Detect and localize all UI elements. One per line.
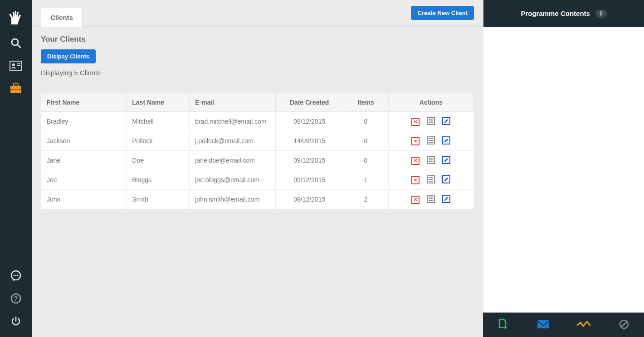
bottom-add-page[interactable]: [497, 318, 509, 331]
nav-help[interactable]: ?: [0, 287, 32, 310]
activity-icon: [577, 321, 590, 329]
programme-contents-title: Programme Contents: [521, 10, 590, 17]
cell-date-created: 14/09/2015: [276, 131, 343, 151]
clients-table-wrap: First Name Last Name E-mail Date Created…: [32, 93, 483, 218]
edit-icon[interactable]: [442, 117, 450, 125]
cell-last-name: Bloggs: [127, 170, 190, 190]
cell-first-name: Joe: [41, 170, 127, 190]
delete-icon[interactable]: ✕: [411, 196, 420, 204]
edit-icon[interactable]: [442, 156, 450, 164]
contact-card-icon: [10, 61, 22, 71]
delete-icon[interactable]: ✕: [411, 118, 420, 126]
bottom-activity[interactable]: [577, 318, 590, 331]
svg-line-19: [621, 322, 627, 327]
hand-logo-icon: [8, 9, 24, 27]
cell-items: 1: [343, 170, 388, 190]
svg-point-3: [12, 63, 15, 66]
nav-search[interactable]: [0, 32, 32, 54]
table-row: JaneDoejane.doe@email.com09/12/20150✕: [41, 151, 474, 170]
tab-clients-label: Clients: [50, 14, 73, 21]
cell-date-created: 09/12/2015: [276, 190, 343, 209]
cell-last-name: Pollock: [127, 131, 190, 151]
delete-icon[interactable]: ✕: [411, 176, 420, 184]
list-icon[interactable]: [427, 136, 435, 144]
svg-point-11: [15, 275, 17, 276]
cell-email: joe.bloggs@email.com: [190, 170, 276, 190]
cell-email: j.pollock@email.com: [190, 131, 276, 151]
cell-actions: ✕: [388, 170, 473, 190]
list-icon[interactable]: [427, 175, 435, 183]
cell-first-name: John: [41, 190, 127, 209]
your-clients-heading: Your Clients: [41, 35, 474, 44]
programme-contents-badge: 0: [595, 10, 607, 18]
right-panel-header: Programme Contents 0: [483, 0, 644, 27]
col-date-created: Date Created: [276, 93, 343, 112]
list-icon[interactable]: [427, 195, 435, 203]
nav-contact[interactable]: [0, 54, 32, 77]
cell-actions: ✕: [388, 190, 473, 209]
edit-icon[interactable]: [442, 136, 450, 144]
section-header: Your Clients Dislpay Clients Displaying …: [32, 27, 483, 83]
nav-logo[interactable]: [0, 5, 32, 32]
cell-items: 0: [343, 131, 388, 151]
display-clients-button[interactable]: Dislpay Clients: [41, 49, 96, 63]
cell-email: brad.mitchell@email.com: [190, 112, 276, 131]
cell-email: john.smith@email.com: [190, 190, 276, 209]
bottom-mail[interactable]: [537, 318, 550, 331]
list-icon[interactable]: [427, 156, 435, 164]
clients-table: First Name Last Name E-mail Date Created…: [41, 93, 474, 209]
cell-first-name: Jane: [41, 151, 127, 170]
delete-icon[interactable]: ✕: [411, 157, 420, 165]
cell-items: 0: [343, 151, 388, 170]
cell-actions: ✕: [388, 112, 473, 131]
display-count-text: Displaying 5 Clients: [41, 69, 474, 77]
edit-icon[interactable]: [442, 175, 450, 183]
table-header-row: First Name Last Name E-mail Date Created…: [41, 93, 474, 112]
cell-last-name: Mitchell: [127, 112, 190, 131]
cell-date-created: 09/12/2015: [276, 170, 343, 190]
col-actions: Actions: [388, 93, 473, 112]
help-icon: ?: [10, 293, 21, 304]
svg-point-12: [17, 275, 19, 276]
nav-briefcase[interactable]: [0, 77, 32, 100]
cell-items: 2: [343, 190, 388, 209]
search-icon: [10, 37, 22, 49]
cell-first-name: Jackson: [41, 131, 127, 151]
block-icon: [619, 319, 629, 331]
briefcase-icon: [10, 83, 22, 94]
col-items: Items: [343, 93, 388, 112]
svg-rect-17: [537, 320, 549, 328]
left-nav: ?: [0, 0, 32, 337]
cell-last-name: Doe: [127, 151, 190, 170]
cell-actions: ✕: [388, 151, 473, 170]
right-panel: Programme Contents 0: [483, 0, 644, 313]
chat-icon: [10, 270, 22, 282]
cell-date-created: 09/12/2015: [276, 151, 343, 170]
bottom-bar: [483, 313, 644, 337]
mail-icon: [537, 320, 550, 330]
nav-power[interactable]: [0, 310, 32, 332]
table-row: JoeBloggsjoe.bloggs@email.com09/12/20151…: [41, 170, 474, 190]
table-row: JacksonPollockj.pollock@email.com14/09/2…: [41, 131, 474, 151]
svg-rect-7: [14, 84, 18, 86]
cell-first-name: Bradley: [41, 112, 127, 131]
tab-clients[interactable]: Clients: [41, 8, 83, 27]
delete-icon[interactable]: ✕: [411, 137, 420, 145]
bottom-block[interactable]: [618, 318, 630, 331]
edit-icon[interactable]: [442, 195, 450, 203]
list-icon[interactable]: [427, 117, 435, 125]
power-icon: [10, 316, 21, 327]
col-first-name: First Name: [41, 93, 127, 112]
cell-date-created: 09/12/2015: [276, 112, 343, 131]
table-row: JohnSmithjohn.smith@email.com09/12/20152…: [41, 190, 474, 209]
col-last-name: Last Name: [127, 93, 190, 112]
col-email: E-mail: [190, 93, 276, 112]
create-new-client-button[interactable]: Create New Client: [411, 6, 474, 20]
tab-bar: Clients Create New Client: [32, 0, 483, 27]
svg-text:?: ?: [14, 295, 18, 302]
cell-last-name: Smith: [127, 190, 190, 209]
nav-chat[interactable]: [0, 265, 32, 287]
svg-point-10: [14, 275, 15, 276]
add-page-icon: [498, 318, 508, 332]
svg-line-1: [17, 44, 20, 48]
